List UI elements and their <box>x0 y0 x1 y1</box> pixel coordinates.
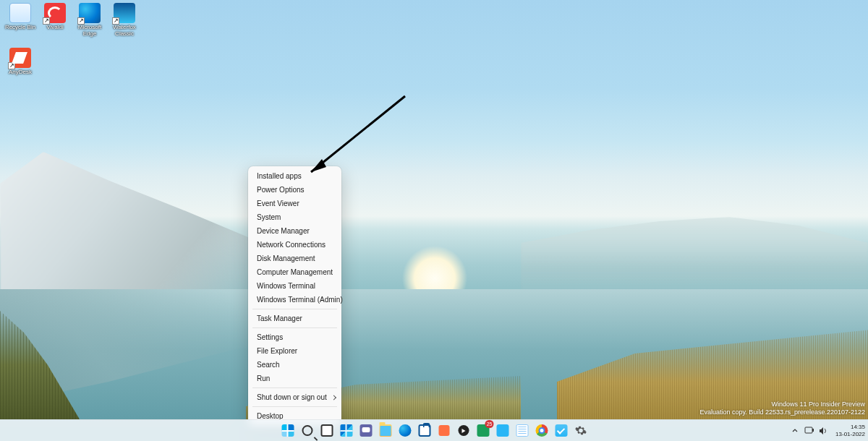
recycle-bin-icon <box>9 3 31 23</box>
vivaldi-icon: ↗ <box>44 3 66 23</box>
check-icon <box>555 424 567 437</box>
taskbar-app-button[interactable] <box>436 423 452 439</box>
menu-item-run[interactable]: Run <box>248 372 341 385</box>
play-icon <box>458 425 469 436</box>
desktop-icon-waterfox[interactable]: ↗ Waterfox Classic <box>107 3 142 45</box>
gear-icon <box>574 424 587 437</box>
folder-icon <box>379 424 391 437</box>
svg-rect-3 <box>812 429 814 432</box>
desktop-icon-edge[interactable]: ↗ Microsoft Edge <box>72 3 107 45</box>
tray-volume-icon[interactable] <box>818 425 830 437</box>
taskbar-tray: 14:35 13-01-2022 <box>789 420 868 441</box>
task-view-icon <box>320 424 333 437</box>
desktop-icon-label: AnyDesk <box>9 69 32 75</box>
menu-separator <box>252 309 337 309</box>
taskbar-store-button[interactable] <box>417 423 433 439</box>
menu-separator <box>252 327 337 328</box>
taskbar-app-badge-button[interactable]: 25 <box>475 423 491 439</box>
taskbar-edge-button[interactable] <box>397 423 413 439</box>
taskbar-clock[interactable]: 14:35 13-01-2022 <box>835 424 865 438</box>
taskbar-todo-button[interactable] <box>553 423 569 439</box>
shortcut-arrow-icon: ↗ <box>8 62 15 69</box>
chevron-right-icon <box>331 395 336 400</box>
menu-item-windows-terminal-admin[interactable]: Windows Terminal (Admin) <box>248 293 341 307</box>
document-icon <box>516 424 528 437</box>
taskbar-start-button[interactable] <box>280 423 296 439</box>
edge-icon: ↗ <box>79 3 101 23</box>
shortcut-arrow-icon: ↗ <box>43 17 50 25</box>
desktop-icon-label: Recycle Bin <box>5 24 35 30</box>
clock-date: 13-01-2022 <box>835 431 865 438</box>
taskbar-media-button[interactable] <box>456 423 472 439</box>
taskbar-search-button[interactable] <box>299 423 315 439</box>
app-icon <box>496 424 509 437</box>
menu-item-shut-down-or-sign-out[interactable]: Shut down or sign out <box>248 390 341 404</box>
windows-logo-icon <box>281 424 294 437</box>
desktop-watermark: Windows 11 Pro Insider Preview Evaluatio… <box>700 401 866 416</box>
tray-network-icon[interactable] <box>804 425 815 437</box>
menu-item-event-viewer[interactable]: Event Viewer <box>248 197 341 210</box>
desktop-icon-anydesk[interactable]: ↗ AnyDesk <box>3 48 38 90</box>
taskbar-task-view-button[interactable] <box>319 423 335 439</box>
menu-separator <box>252 406 337 407</box>
menu-separator <box>252 388 337 388</box>
waterfox-icon: ↗ <box>114 3 135 23</box>
taskbar: 25 14:35 13-01-2022 <box>0 419 868 441</box>
taskbar-file-explorer-button[interactable] <box>378 423 393 439</box>
menu-item-device-manager[interactable]: Device Manager <box>248 224 341 238</box>
taskbar-chat-button[interactable] <box>358 423 374 439</box>
chrome-icon <box>535 424 548 437</box>
winx-context-menu: Installed apps Power Options Event Viewe… <box>248 166 341 426</box>
desktop-icon-label: Waterfox Classic <box>107 24 142 37</box>
taskbar-app-blue-button[interactable] <box>495 423 511 439</box>
watermark-line1: Windows 11 Pro Insider Preview <box>700 401 866 408</box>
taskbar-editor-button[interactable] <box>514 423 530 439</box>
notification-badge: 25 <box>485 420 494 428</box>
widgets-icon <box>340 424 352 437</box>
taskbar-center: 25 <box>280 423 589 439</box>
app-icon <box>438 425 449 436</box>
menu-item-power-options[interactable]: Power Options <box>248 183 341 197</box>
taskbar-widgets-button[interactable] <box>339 423 354 439</box>
watermark-line2: Evaluation copy. Build 22533.rs_prerelea… <box>700 408 866 416</box>
desktop-icon-vivaldi[interactable]: ↗ Vivaldi <box>38 3 72 45</box>
clock-time: 14:35 <box>835 424 865 431</box>
desktop-icon-label: Vivaldi <box>46 24 63 30</box>
menu-item-disk-management[interactable]: Disk Management <box>248 252 341 265</box>
shortcut-arrow-icon: ↗ <box>112 17 119 25</box>
taskbar-chrome-button[interactable] <box>534 423 550 439</box>
tray-overflow-button[interactable] <box>789 425 801 437</box>
desktop-icon-grid: Recycle Bin ↗ Vivaldi ↗ Microsoft Edge ↗… <box>3 3 176 90</box>
menu-item-installed-apps[interactable]: Installed apps <box>248 169 341 183</box>
desktop-icon-recycle-bin[interactable]: Recycle Bin <box>3 3 38 45</box>
menu-item-search[interactable]: Search <box>248 358 341 372</box>
search-icon <box>302 425 312 436</box>
shortcut-arrow-icon: ↗ <box>77 17 85 25</box>
menu-item-task-manager[interactable]: Task Manager <box>248 312 341 325</box>
svg-rect-2 <box>805 427 812 433</box>
anydesk-icon: ↗ <box>9 48 31 68</box>
menu-item-windows-terminal[interactable]: Windows Terminal <box>248 279 341 293</box>
menu-item-system[interactable]: System <box>248 210 341 224</box>
edge-icon <box>399 424 411 437</box>
desktop-icon-label: Microsoft Edge <box>72 24 107 37</box>
menu-item-label: Shut down or sign out <box>257 393 327 401</box>
store-icon <box>418 424 430 437</box>
menu-item-settings[interactable]: Settings <box>248 330 341 344</box>
menu-item-file-explorer[interactable]: File Explorer <box>248 344 341 358</box>
menu-item-computer-management[interactable]: Computer Management <box>248 265 341 279</box>
taskbar-settings-button[interactable] <box>573 423 589 439</box>
menu-item-network-connections[interactable]: Network Connections <box>248 238 341 252</box>
chat-icon <box>359 424 372 437</box>
